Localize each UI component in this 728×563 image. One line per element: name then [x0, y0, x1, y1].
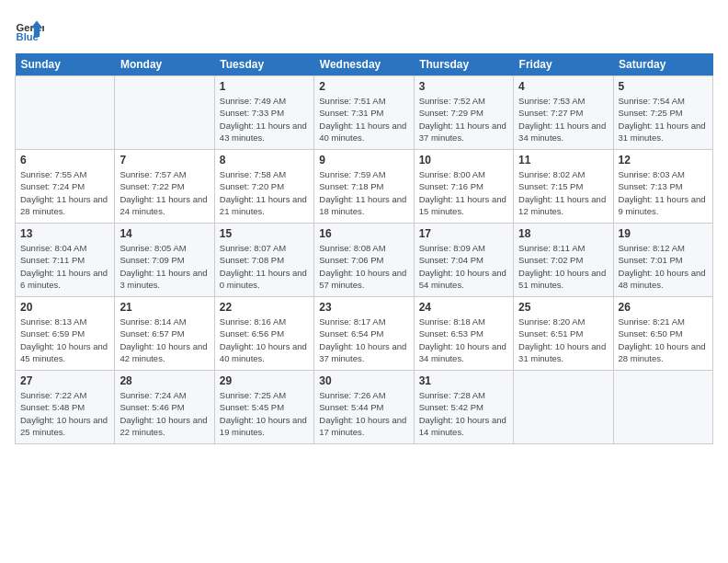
day-cell: 9Sunrise: 7:59 AM Sunset: 7:18 PM Daylig…	[314, 150, 414, 224]
day-number: 4	[518, 80, 608, 93]
day-cell: 28Sunrise: 7:24 AM Sunset: 5:46 PM Dayli…	[115, 371, 214, 444]
day-cell	[16, 76, 115, 150]
day-info: Sunrise: 7:53 AM Sunset: 7:27 PM Dayligh…	[518, 95, 608, 144]
day-number: 5	[619, 80, 708, 93]
day-cell: 18Sunrise: 8:11 AM Sunset: 7:02 PM Dayli…	[514, 224, 613, 297]
day-info: Sunrise: 8:14 AM Sunset: 6:57 PM Dayligh…	[119, 316, 209, 364]
weekday-header-wednesday: Wednesday	[314, 53, 414, 76]
day-number: 23	[319, 301, 408, 314]
day-info: Sunrise: 7:24 AM Sunset: 5:46 PM Dayligh…	[119, 389, 209, 438]
day-info: Sunrise: 7:28 AM Sunset: 5:42 PM Dayligh…	[419, 389, 508, 438]
week-row-4: 20Sunrise: 8:13 AM Sunset: 6:59 PM Dayli…	[16, 297, 713, 371]
day-cell: 23Sunrise: 8:17 AM Sunset: 6:54 PM Dayli…	[314, 297, 414, 371]
day-number: 14	[119, 227, 209, 240]
day-cell: 20Sunrise: 8:13 AM Sunset: 6:59 PM Dayli…	[16, 297, 115, 371]
day-cell: 7Sunrise: 7:57 AM Sunset: 7:22 PM Daylig…	[115, 150, 214, 224]
day-cell: 13Sunrise: 8:04 AM Sunset: 7:11 PM Dayli…	[16, 224, 115, 297]
day-number: 8	[220, 154, 309, 167]
week-row-1: 1Sunrise: 7:49 AM Sunset: 7:33 PM Daylig…	[16, 76, 713, 150]
day-info: Sunrise: 8:04 AM Sunset: 7:11 PM Dayligh…	[20, 242, 109, 291]
day-info: Sunrise: 7:51 AM Sunset: 7:31 PM Dayligh…	[319, 95, 408, 144]
weekday-header-sunday: Sunday	[16, 53, 115, 76]
day-info: Sunrise: 8:07 AM Sunset: 7:08 PM Dayligh…	[220, 242, 309, 291]
day-info: Sunrise: 7:55 AM Sunset: 7:24 PM Dayligh…	[20, 168, 109, 217]
logo-icon: General Blue	[15, 15, 44, 44]
week-row-3: 13Sunrise: 8:04 AM Sunset: 7:11 PM Dayli…	[16, 224, 713, 297]
day-number: 6	[20, 154, 109, 167]
weekday-header-saturday: Saturday	[613, 53, 712, 76]
week-row-2: 6Sunrise: 7:55 AM Sunset: 7:24 PM Daylig…	[16, 150, 713, 224]
day-number: 16	[319, 227, 408, 240]
day-info: Sunrise: 7:26 AM Sunset: 5:44 PM Dayligh…	[319, 389, 408, 438]
day-cell: 12Sunrise: 8:03 AM Sunset: 7:13 PM Dayli…	[613, 150, 712, 224]
day-cell: 11Sunrise: 8:02 AM Sunset: 7:15 PM Dayli…	[514, 150, 613, 224]
day-info: Sunrise: 7:59 AM Sunset: 7:18 PM Dayligh…	[319, 168, 408, 217]
day-cell	[613, 371, 712, 444]
day-cell: 21Sunrise: 8:14 AM Sunset: 6:57 PM Dayli…	[115, 297, 214, 371]
day-cell: 26Sunrise: 8:21 AM Sunset: 6:50 PM Dayli…	[613, 297, 712, 371]
day-number: 21	[119, 301, 209, 314]
day-info: Sunrise: 7:58 AM Sunset: 7:20 PM Dayligh…	[220, 168, 309, 217]
day-info: Sunrise: 8:00 AM Sunset: 7:16 PM Dayligh…	[419, 168, 508, 217]
day-cell: 5Sunrise: 7:54 AM Sunset: 7:25 PM Daylig…	[613, 76, 712, 150]
day-number: 22	[220, 301, 309, 314]
day-number: 15	[220, 227, 309, 240]
day-cell: 1Sunrise: 7:49 AM Sunset: 7:33 PM Daylig…	[214, 76, 313, 150]
day-info: Sunrise: 8:11 AM Sunset: 7:02 PM Dayligh…	[518, 242, 608, 291]
day-info: Sunrise: 8:12 AM Sunset: 7:01 PM Dayligh…	[619, 242, 708, 291]
day-number: 19	[619, 227, 708, 240]
day-number: 24	[419, 301, 508, 314]
day-cell: 29Sunrise: 7:25 AM Sunset: 5:45 PM Dayli…	[214, 371, 313, 444]
day-info: Sunrise: 8:05 AM Sunset: 7:09 PM Dayligh…	[119, 242, 209, 291]
day-cell	[514, 371, 613, 444]
day-number: 17	[419, 227, 508, 240]
day-cell: 27Sunrise: 7:22 AM Sunset: 5:48 PM Dayli…	[16, 371, 115, 444]
day-cell: 17Sunrise: 8:09 AM Sunset: 7:04 PM Dayli…	[414, 224, 513, 297]
weekday-header-friday: Friday	[514, 53, 613, 76]
day-number: 28	[119, 374, 209, 387]
day-info: Sunrise: 8:09 AM Sunset: 7:04 PM Dayligh…	[419, 242, 508, 291]
day-number: 3	[419, 80, 508, 93]
day-number: 27	[20, 374, 109, 387]
day-info: Sunrise: 7:57 AM Sunset: 7:22 PM Dayligh…	[119, 168, 209, 217]
day-info: Sunrise: 7:52 AM Sunset: 7:29 PM Dayligh…	[419, 95, 508, 144]
day-info: Sunrise: 8:02 AM Sunset: 7:15 PM Dayligh…	[518, 168, 608, 217]
weekday-header-thursday: Thursday	[414, 53, 513, 76]
day-cell: 31Sunrise: 7:28 AM Sunset: 5:42 PM Dayli…	[414, 371, 513, 444]
weekday-header-row: SundayMondayTuesdayWednesdayThursdayFrid…	[16, 53, 713, 76]
day-number: 31	[419, 374, 508, 387]
day-cell: 3Sunrise: 7:52 AM Sunset: 7:29 PM Daylig…	[414, 76, 513, 150]
day-info: Sunrise: 7:49 AM Sunset: 7:33 PM Dayligh…	[220, 95, 309, 144]
day-info: Sunrise: 8:21 AM Sunset: 6:50 PM Dayligh…	[619, 316, 708, 364]
day-cell: 6Sunrise: 7:55 AM Sunset: 7:24 PM Daylig…	[16, 150, 115, 224]
day-cell: 30Sunrise: 7:26 AM Sunset: 5:44 PM Dayli…	[314, 371, 414, 444]
day-info: Sunrise: 8:13 AM Sunset: 6:59 PM Dayligh…	[20, 316, 109, 364]
day-number: 2	[319, 80, 408, 93]
day-cell: 2Sunrise: 7:51 AM Sunset: 7:31 PM Daylig…	[314, 76, 414, 150]
day-number: 7	[119, 154, 209, 167]
day-number: 20	[20, 301, 109, 314]
week-row-5: 27Sunrise: 7:22 AM Sunset: 5:48 PM Dayli…	[16, 371, 713, 444]
day-cell: 16Sunrise: 8:08 AM Sunset: 7:06 PM Dayli…	[314, 224, 414, 297]
day-number: 12	[619, 154, 708, 167]
day-cell	[115, 76, 214, 150]
day-info: Sunrise: 8:18 AM Sunset: 6:53 PM Dayligh…	[419, 316, 508, 364]
page-header: General Blue	[15, 15, 713, 44]
day-number: 1	[220, 80, 309, 93]
day-number: 9	[319, 154, 408, 167]
day-number: 30	[319, 374, 408, 387]
day-cell: 8Sunrise: 7:58 AM Sunset: 7:20 PM Daylig…	[214, 150, 313, 224]
day-cell: 24Sunrise: 8:18 AM Sunset: 6:53 PM Dayli…	[414, 297, 513, 371]
day-number: 26	[619, 301, 708, 314]
day-cell: 25Sunrise: 8:20 AM Sunset: 6:51 PM Dayli…	[514, 297, 613, 371]
logo: General Blue	[15, 15, 48, 44]
day-number: 25	[518, 301, 608, 314]
day-info: Sunrise: 8:08 AM Sunset: 7:06 PM Dayligh…	[319, 242, 408, 291]
weekday-header-monday: Monday	[115, 53, 214, 76]
weekday-header-tuesday: Tuesday	[214, 53, 313, 76]
day-number: 13	[20, 227, 109, 240]
day-cell: 4Sunrise: 7:53 AM Sunset: 7:27 PM Daylig…	[514, 76, 613, 150]
day-info: Sunrise: 8:03 AM Sunset: 7:13 PM Dayligh…	[619, 168, 708, 217]
day-number: 10	[419, 154, 508, 167]
day-info: Sunrise: 7:25 AM Sunset: 5:45 PM Dayligh…	[220, 389, 309, 438]
